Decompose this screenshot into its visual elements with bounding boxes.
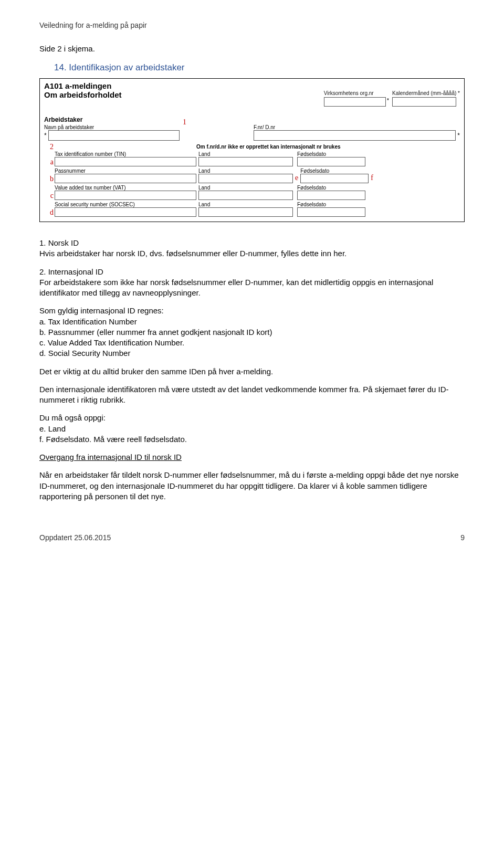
land-label: Land: [198, 202, 293, 207]
paragraph: Hvis arbeidstaker har norsk ID, dvs. fød…: [39, 248, 465, 259]
intl-id-heading: 2. Internasjonal ID: [39, 267, 465, 277]
socsec-label: Social security number (SOCSEC): [55, 202, 196, 207]
paragraph: Det er viktig at du alltid bruker den sa…: [39, 366, 465, 377]
name-input[interactable]: [48, 130, 180, 141]
form-screenshot: A101 a-meldingen Om arbeidsforholdet Vir…: [39, 78, 465, 222]
page-number: 9: [460, 533, 465, 542]
fnr-label: F.nr/ D.nr: [254, 124, 460, 130]
dob-input[interactable]: [297, 207, 365, 217]
land-label: Land: [198, 151, 293, 157]
vat-label: Value added tax number (VAT): [55, 185, 196, 191]
marker-a: a: [44, 158, 54, 166]
list-intro: Som gyldig internasjonal ID regnes:: [39, 306, 465, 316]
form-code-title: A101 a-meldingen: [40, 79, 464, 90]
fnr-input[interactable]: [254, 130, 456, 141]
footer-date: Oppdatert 25.06.2015: [39, 533, 111, 542]
top-right-fields: Virksomhetens org.nr * Kalendermåned (mm…: [324, 90, 460, 107]
name-fnr-row: 1 Navn på arbeidstaker * F.nr/ D.nr *: [40, 124, 464, 144]
body-text: 1. Norsk ID Hvis arbeidstaker har norsk …: [39, 238, 465, 502]
list-item: a. Tax Identification Number: [39, 317, 465, 327]
dob-label: Fødselsdato: [300, 168, 369, 174]
list-item: f. Fødselsdato. Må være reell fødselsdat…: [39, 434, 465, 445]
page-header: Veiledning for a-melding på papir: [39, 21, 465, 29]
page-footer: Oppdatert 25.06.2015 9: [39, 533, 465, 542]
marker-f: f: [371, 174, 373, 182]
land-input[interactable]: [198, 207, 293, 217]
land-label: Land: [198, 185, 293, 191]
land-label: Land: [198, 168, 293, 174]
tin-input[interactable]: [55, 157, 196, 166]
dob-input[interactable]: [297, 191, 365, 200]
land-input[interactable]: [198, 157, 293, 166]
marker-2: 2: [44, 143, 54, 151]
marker-e: e: [295, 174, 298, 182]
paragraph: Når en arbeidstaker får tildelt norsk D-…: [39, 470, 465, 502]
section-heading: 14. Identifikasjon av arbeidstaker: [54, 62, 465, 73]
dob-input[interactable]: [300, 174, 369, 183]
paragraph: For arbeidstakere som ikke har norsk fød…: [39, 277, 465, 299]
norsk-id-heading: 1. Norsk ID: [39, 238, 465, 248]
land-input[interactable]: [198, 191, 293, 200]
marker-1: 1: [183, 118, 186, 127]
marker-b: b: [44, 175, 54, 183]
asterisk-icon: *: [44, 132, 47, 139]
dob-label: Fødselsdato: [297, 202, 365, 207]
marker-c: c: [44, 192, 54, 200]
socsec-input[interactable]: [55, 207, 196, 217]
pass-label: Passnummer: [55, 168, 196, 174]
marker-d: d: [44, 208, 54, 217]
month-label: Kalendermåned (mm-åååå) *: [392, 90, 460, 96]
vat-input[interactable]: [55, 191, 196, 200]
list-item: b. Passnummer (eller nummer fra annet go…: [39, 327, 465, 338]
intl-row-d: d Social security number (SOCSEC) Land F…: [44, 202, 460, 217]
name-label: Navn på arbeidstaker: [44, 124, 250, 130]
list-item: e. Land: [39, 424, 465, 434]
list-item: c. Value Added Tax Identification Number…: [39, 338, 465, 348]
intl-row-b: b Passnummer Land e Fødselsdato f: [44, 168, 460, 183]
asterisk-icon: *: [387, 97, 389, 103]
list-item: d. Social Security Number: [39, 348, 465, 359]
intl-row-c: c Value added tax number (VAT) Land Føds…: [44, 185, 460, 200]
land-input[interactable]: [198, 174, 293, 183]
intl-heading: Om f.nr/d.nr ikke er opprettet kan inter…: [196, 144, 341, 150]
transition-heading: Overgang fra internasjonal ID til norsk …: [39, 452, 465, 462]
paragraph: Den internasjonale identifikatoren må væ…: [39, 384, 465, 406]
dob-label: Fødselsdato: [297, 151, 365, 157]
month-input[interactable]: [392, 97, 456, 107]
dob-input[interactable]: [297, 157, 365, 166]
asterisk-icon: *: [457, 132, 460, 139]
orgnr-label: Virksomhetens org.nr: [324, 90, 389, 96]
orgnr-input[interactable]: [324, 97, 386, 107]
side-indicator: Side 2 i skjema.: [39, 44, 465, 53]
dob-label: Fødselsdato: [297, 185, 365, 191]
pass-input[interactable]: [55, 174, 196, 183]
list-intro: Du må også oppgi:: [39, 413, 465, 423]
intl-row-a: a Tax identification number (TIN) Land F…: [44, 151, 460, 166]
tin-label: Tax identification number (TIN): [55, 151, 196, 157]
